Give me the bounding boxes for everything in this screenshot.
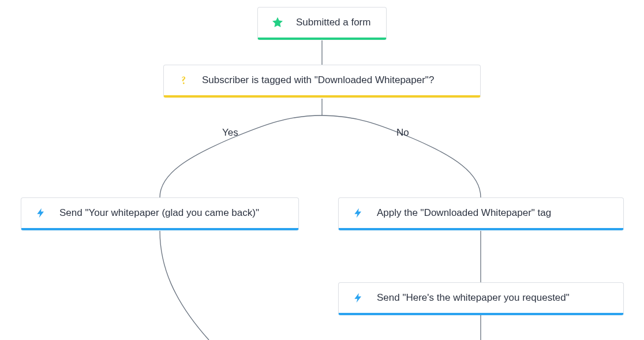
question-icon bbox=[177, 73, 190, 87]
trigger-node[interactable]: Submitted a form bbox=[257, 7, 387, 40]
bolt-icon bbox=[351, 291, 365, 305]
condition-label: Subscriber is tagged with "Downloaded Wh… bbox=[202, 74, 467, 86]
trigger-label: Submitted a form bbox=[296, 17, 373, 28]
branch-label-no: No bbox=[396, 127, 409, 139]
action-label: Send "Here's the whitepaper you requeste… bbox=[377, 292, 611, 304]
condition-node[interactable]: Subscriber is tagged with "Downloaded Wh… bbox=[163, 65, 481, 98]
action-label: Apply the "Downloaded Whitepaper" tag bbox=[377, 207, 611, 219]
action-node-no-2[interactable]: Send "Here's the whitepaper you requeste… bbox=[338, 282, 624, 315]
action-label: Send "Your whitepaper (glad you came bac… bbox=[59, 207, 286, 219]
bolt-icon bbox=[351, 206, 365, 220]
branch-label-yes: Yes bbox=[222, 127, 238, 139]
bolt-icon bbox=[34, 206, 48, 220]
action-node-yes-1[interactable]: Send "Your whitepaper (glad you came bac… bbox=[21, 197, 299, 230]
action-node-no-1[interactable]: Apply the "Downloaded Whitepaper" tag bbox=[338, 197, 624, 230]
star-icon bbox=[271, 16, 284, 29]
